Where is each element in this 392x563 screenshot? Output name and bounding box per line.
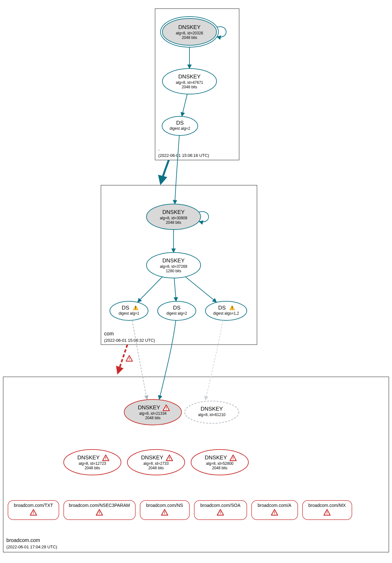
svg-text:digest alg=1: digest alg=1 [118, 311, 139, 316]
svg-text:DNSKEY: DNSKEY [77, 455, 100, 461]
svg-text:DNSKEY: DNSKEY [138, 405, 160, 411]
edge-root-com-delegation [161, 160, 169, 183]
zone-broadcom-timestamp: (2022-06-01 17:04:29 UTC) [6, 545, 57, 549]
svg-text:!: ! [232, 306, 233, 310]
record-soa: broadcom.com/SOA ! [194, 501, 247, 520]
svg-text:DS: DS [173, 305, 181, 311]
root-zsk-node: DNSKEY alg=8, id=47671 2048 bits [162, 69, 217, 94]
zone-root-name: . [158, 146, 160, 151]
svg-text:!: ! [99, 510, 100, 515]
com-ds1-node: DS digest alg=1 ! [110, 301, 148, 320]
svg-text:alg=8, id=21334: alg=8, id=21334 [139, 411, 167, 416]
svg-text:broadcom.com/MX: broadcom.com/MX [308, 503, 346, 508]
svg-text:!: ! [232, 456, 234, 461]
svg-text:alg=8, id=2733: alg=8, id=2733 [143, 461, 169, 466]
svg-text:DNSKEY: DNSKEY [178, 24, 201, 30]
svg-point-9 [162, 116, 198, 135]
svg-text:!: ! [169, 456, 170, 461]
broadcom-key2-node: DNSKEY alg=8, id=61210 [185, 401, 239, 423]
error-icon: ! [126, 355, 132, 361]
zone-com-name: com [104, 331, 114, 336]
svg-text:!: ! [166, 406, 167, 411]
svg-text:broadcom.com/NSEC3PARAM: broadcom.com/NSEC3PARAM [69, 503, 130, 508]
svg-text:alg=8, id=37269: alg=8, id=37269 [160, 264, 187, 269]
svg-text:digest algs=1,2: digest algs=1,2 [213, 311, 239, 316]
edge-rootzsk-rootds [182, 94, 187, 116]
broadcom-key1-node: DNSKEY alg=8, id=21334 2048 bits ! [124, 399, 182, 425]
svg-text:alg=8, id=12723: alg=8, id=12723 [79, 461, 106, 466]
root-ksk-node: DNSKEY alg=8, id=20326 2048 bits [160, 17, 218, 47]
svg-text:!: ! [274, 510, 275, 515]
svg-text:broadcom.com/SOA: broadcom.com/SOA [200, 503, 241, 508]
zone-root-timestamp: (2022-06-01 15:06:16 UTC) [158, 153, 209, 158]
edge-ds2-bkey1 [159, 320, 176, 399]
svg-text:broadcom.com/NS: broadcom.com/NS [146, 503, 183, 508]
svg-text:DNSKEY: DNSKEY [178, 74, 201, 80]
record-nsec3: broadcom.com/NSEC3PARAM ! [64, 501, 135, 520]
svg-text:DNSKEY: DNSKEY [141, 455, 163, 461]
svg-text:broadcom.com/TXT: broadcom.com/TXT [14, 503, 53, 508]
zone-com-timestamp: (2022-06-01 15:06:32 UTC) [104, 338, 155, 343]
record-mx: broadcom.com/MX ! [303, 501, 352, 520]
broadcom-key-a-node: DNSKEY alg=8, id=12723 2048 bits ! [64, 450, 121, 475]
com-ksk-node: DNSKEY alg=8, id=30909 2048 bits [146, 204, 201, 230]
broadcom-key-c-node: DNSKEY alg=8, id=52800 2048 bits ! [191, 450, 248, 475]
svg-text:alg=8, id=30909: alg=8, id=30909 [160, 216, 187, 220]
svg-text:2048 bits: 2048 bits [148, 466, 164, 470]
com-ds3-node: DS digest algs=1,2 ! [205, 301, 247, 320]
svg-text:!: ! [105, 456, 106, 461]
svg-point-20 [110, 301, 148, 320]
svg-text:DNSKEY: DNSKEY [162, 258, 185, 264]
svg-text:DS: DS [122, 305, 129, 311]
edge-ds3-bkey2 [205, 320, 223, 400]
com-zsk-node: DNSKEY alg=8, id=37269 1280 bits [146, 252, 201, 278]
svg-text:digest alg=2: digest alg=2 [169, 126, 190, 131]
record-ns: broadcom.com/NS ! [140, 501, 189, 520]
svg-text:!: ! [129, 356, 130, 361]
svg-point-37 [185, 401, 239, 423]
svg-text:!: ! [326, 510, 328, 515]
svg-text:DNSKEY: DNSKEY [205, 455, 227, 461]
record-a: broadcom.com/A ! [252, 501, 298, 520]
dnssec-diagram: . (2022-06-01 15:06:16 UTC) DNSKEY alg=8… [0, 0, 392, 563]
edge-comzsk-ds3 [185, 277, 217, 302]
svg-text:2048 bits: 2048 bits [145, 416, 161, 420]
svg-text:1280 bits: 1280 bits [166, 269, 182, 273]
svg-point-27 [205, 301, 247, 320]
svg-text:DNSKEY: DNSKEY [162, 209, 185, 215]
edge-comzsk-ds1 [138, 277, 162, 302]
svg-text:!: ! [135, 306, 136, 310]
broadcom-key-b-node: DNSKEY alg=8, id=2733 2048 bits ! [127, 450, 185, 475]
svg-text:broadcom.com/A: broadcom.com/A [258, 503, 291, 508]
edge-rootds-comksk [175, 135, 179, 204]
svg-text:alg=8, id=20326: alg=8, id=20326 [176, 31, 203, 35]
svg-text:!: ! [220, 510, 221, 515]
edge-comzsk-ds2 [174, 278, 176, 301]
svg-text:alg=8, id=61210: alg=8, id=61210 [198, 413, 225, 417]
zone-broadcom-name: broadcom.com [6, 537, 40, 543]
svg-text:digest alg=2: digest alg=2 [166, 311, 187, 316]
edge-ds1-bkey1 [132, 320, 147, 399]
root-ds-node: DS digest alg=2 [162, 116, 198, 135]
svg-text:2048 bits: 2048 bits [182, 35, 197, 40]
com-ds2-node: DS digest alg=2 [158, 301, 196, 320]
svg-text:!: ! [33, 510, 34, 515]
edge-com-broadcom-delegation-error [118, 345, 127, 373]
svg-text:2048 bits: 2048 bits [212, 466, 228, 470]
record-txt: broadcom.com/TXT ! [8, 501, 59, 520]
svg-point-24 [158, 301, 196, 320]
svg-text:alg=8, id=47671: alg=8, id=47671 [176, 80, 203, 85]
svg-text:alg=8, id=52800: alg=8, id=52800 [206, 461, 233, 466]
svg-text:2048 bits: 2048 bits [182, 85, 197, 89]
svg-text:!: ! [164, 510, 165, 515]
svg-text:2048 bits: 2048 bits [85, 466, 100, 470]
svg-text:2048 bits: 2048 bits [166, 220, 182, 225]
svg-text:DNSKEY: DNSKEY [201, 406, 223, 412]
svg-text:DS: DS [176, 120, 184, 126]
svg-text:DS: DS [218, 305, 226, 311]
